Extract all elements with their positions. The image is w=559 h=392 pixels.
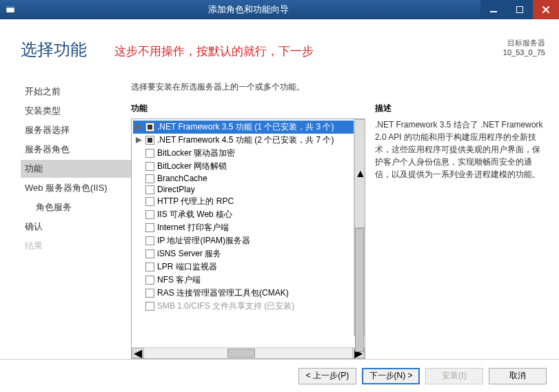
- feature-row[interactable]: .NET Framework 3.5 功能 (1 个已安装，共 3 个): [133, 121, 363, 134]
- nav-item-8: 结果: [21, 237, 131, 255]
- nav-item-0[interactable]: 开始之前: [21, 83, 131, 101]
- feature-label: Internet 打印客户端: [157, 222, 229, 234]
- feature-checkbox[interactable]: [145, 174, 154, 183]
- feature-row[interactable]: LPR 端口监视器: [133, 260, 363, 274]
- feature-label: DirectPlay: [157, 185, 195, 194]
- nav-item-2[interactable]: 服务器选择: [21, 121, 131, 139]
- svg-rect-1: [6, 6, 14, 8]
- expand-placeholder: [134, 149, 143, 158]
- expand-placeholder: [134, 174, 143, 183]
- nav-item-4[interactable]: 功能: [21, 160, 131, 178]
- window-title: 添加角色和功能向导: [17, 3, 480, 16]
- nav-item-1[interactable]: 安装类型: [21, 102, 131, 120]
- feature-row[interactable]: RAS 连接管理器管理工具包(CMAK): [133, 287, 363, 300]
- install-button[interactable]: 安装(I): [425, 368, 483, 384]
- feature-checkbox[interactable]: [145, 236, 154, 245]
- svg-marker-6: [136, 124, 142, 130]
- intro-text: 选择要安装在所选服务器上的一个或多个功能。: [131, 81, 545, 93]
- feature-checkbox[interactable]: [145, 149, 154, 158]
- features-tree[interactable]: .NET Framework 3.5 功能 (1 个已安装，共 3 个).NET…: [131, 118, 365, 359]
- scroll-up-button[interactable]: ▲: [354, 119, 365, 228]
- feature-label: BitLocker 网络解锁: [157, 161, 227, 172]
- feature-label: BranchCache: [157, 174, 207, 183]
- feature-row[interactable]: BitLocker 网络解锁: [133, 160, 363, 173]
- close-button[interactable]: [533, 0, 559, 19]
- feature-row[interactable]: BranchCache: [133, 173, 363, 184]
- feature-label: iSNS Server 服务: [157, 248, 221, 260]
- feature-row[interactable]: iSNS Server 服务: [133, 247, 363, 260]
- feature-label: LPR 端口监视器: [157, 261, 217, 273]
- feature-label: .NET Framework 4.5 功能 (2 个已安装，共 7 个): [157, 134, 334, 146]
- destination-server-box: 目标服务器 10_53_0_75: [503, 38, 545, 56]
- expand-icon[interactable]: [134, 123, 143, 132]
- feature-row[interactable]: BitLocker 驱动器加密: [133, 147, 363, 160]
- scroll-left-button[interactable]: ◀: [132, 348, 144, 358]
- expand-placeholder: [134, 163, 143, 171]
- feature-checkbox[interactable]: [145, 249, 154, 258]
- expand-placeholder: [134, 211, 143, 219]
- feature-checkbox[interactable]: [145, 276, 154, 285]
- feature-label: .NET Framework 3.5 功能 (1 个已安装，共 3 个): [157, 121, 334, 133]
- feature-checkbox[interactable]: [145, 262, 154, 271]
- previous-button[interactable]: < 上一步(P): [298, 368, 356, 384]
- feature-checkbox[interactable]: [145, 162, 154, 171]
- feature-checkbox[interactable]: [145, 210, 154, 219]
- feature-label: RAS 连接管理器管理工具包(CMAK): [157, 287, 289, 299]
- expand-placeholder: [134, 198, 143, 206]
- feature-checkbox[interactable]: [145, 289, 154, 298]
- nav-item-6[interactable]: 角色服务: [21, 198, 131, 216]
- feature-row[interactable]: DirectPlay: [133, 184, 363, 195]
- feature-label: HTTP 代理上的 RPC: [157, 196, 234, 207]
- minimize-button[interactable]: [480, 0, 507, 19]
- feature-checkbox[interactable]: [145, 136, 154, 145]
- destination-label: 目标服务器: [503, 38, 545, 48]
- vertical-scrollbar[interactable]: ▲ ▼: [354, 119, 365, 336]
- vscroll-thumb[interactable]: [355, 228, 364, 352]
- hscroll-thumb[interactable]: [227, 349, 255, 358]
- description-text: .NET Framework 3.5 结合了 .NET Framework 2.…: [375, 118, 545, 180]
- feature-checkbox[interactable]: [145, 185, 154, 194]
- wizard-footer: < 上一步(P) 下一步(N) > 安装(I) 取消: [0, 359, 559, 392]
- feature-row[interactable]: NFS 客户端: [133, 274, 363, 287]
- expand-placeholder: [134, 289, 143, 298]
- titlebar: 添加角色和功能向导: [0, 0, 559, 19]
- nav-item-3[interactable]: 服务器角色: [21, 141, 131, 158]
- feature-row[interactable]: HTTP 代理上的 RPC: [133, 195, 363, 208]
- feature-row[interactable]: IIS 可承载 Web 核心: [133, 208, 363, 221]
- wizard-nav: 开始之前安装类型服务器选择服务器角色功能Web 服务器角色(IIS)角色服务确认…: [0, 19, 131, 359]
- feature-row[interactable]: SMB 1.0/CIFS 文件共享支持 (已安装): [133, 300, 363, 313]
- expand-placeholder: [134, 302, 143, 311]
- feature-label: IP 地址管理(IPAM)服务器: [157, 235, 250, 247]
- maximize-button[interactable]: [507, 0, 533, 19]
- feature-label: BitLocker 驱动器加密: [157, 147, 235, 159]
- feature-checkbox[interactable]: [145, 123, 154, 132]
- svg-rect-3: [516, 6, 523, 13]
- cancel-button[interactable]: 取消: [489, 368, 547, 384]
- expand-placeholder: [134, 237, 143, 245]
- expand-placeholder: [134, 224, 143, 232]
- feature-checkbox[interactable]: [145, 197, 154, 206]
- page-title: 选择功能: [21, 39, 87, 61]
- expand-placeholder: [134, 263, 143, 271]
- feature-label: SMB 1.0/CIFS 文件共享支持 (已安装): [157, 300, 294, 312]
- svg-marker-7: [136, 137, 142, 143]
- feature-checkbox[interactable]: [145, 302, 154, 311]
- feature-checkbox[interactable]: [145, 223, 154, 232]
- instruction-banner: 这步不用操作，按默认的就行，下一步: [114, 43, 314, 59]
- features-heading: 功能: [131, 103, 365, 114]
- svg-rect-2: [490, 11, 497, 12]
- feature-row[interactable]: IP 地址管理(IPAM)服务器: [133, 234, 363, 247]
- expand-placeholder: [134, 276, 143, 285]
- expand-placeholder: [134, 250, 143, 258]
- nav-item-7[interactable]: 确认: [21, 218, 131, 236]
- next-button[interactable]: 下一步(N) >: [362, 368, 420, 384]
- feature-row[interactable]: .NET Framework 4.5 功能 (2 个已安装，共 7 个): [133, 134, 363, 147]
- nav-item-5[interactable]: Web 服务器角色(IIS): [21, 179, 131, 197]
- feature-label: IIS 可承载 Web 核心: [157, 209, 232, 220]
- horizontal-scrollbar[interactable]: ◀ ▶: [132, 347, 365, 358]
- expand-icon[interactable]: [134, 136, 143, 145]
- expand-placeholder: [134, 185, 143, 194]
- destination-value: 10_53_0_75: [503, 48, 545, 56]
- feature-row[interactable]: Internet 打印客户端: [133, 221, 363, 234]
- description-heading: 描述: [375, 103, 545, 114]
